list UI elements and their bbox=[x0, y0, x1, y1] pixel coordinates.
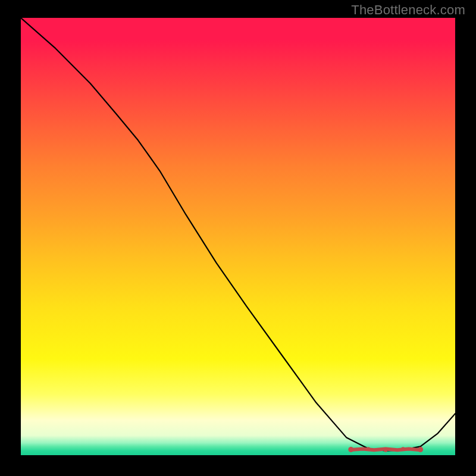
plot-area bbox=[21, 18, 455, 455]
marker-bump bbox=[367, 447, 370, 450]
marker-endpoint bbox=[348, 447, 353, 452]
bottleneck-curve bbox=[21, 18, 455, 451]
attribution-text: TheBottleneck.com bbox=[351, 2, 465, 18]
chart-overlay bbox=[21, 18, 455, 455]
marker-bump bbox=[401, 447, 405, 450]
marker-endpoint bbox=[418, 447, 423, 452]
chart-frame: TheBottleneck.com bbox=[0, 0, 476, 476]
optimal-marker bbox=[348, 447, 423, 452]
marker-bump bbox=[384, 448, 387, 452]
